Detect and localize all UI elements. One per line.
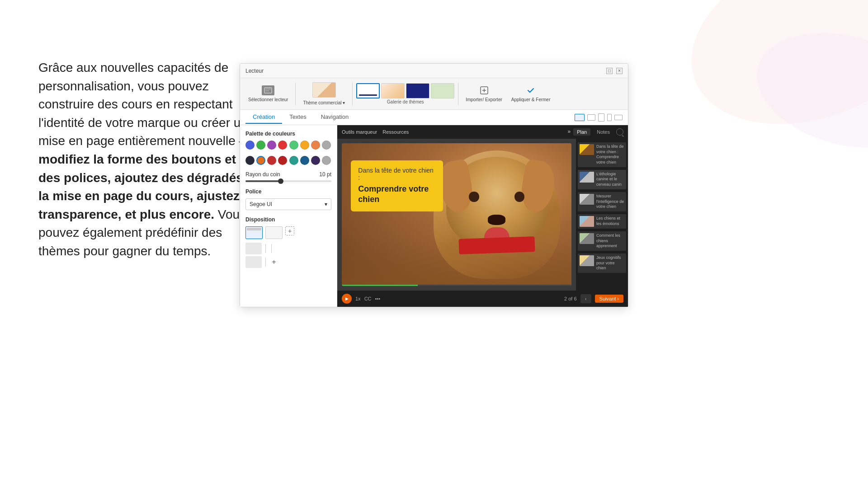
description-text: Grâce aux nouvelles capacités de personn… [38,59,255,261]
slide-canvas: Dans la tête de votre chien : Comprendre… [342,143,571,286]
font-title: Police [245,188,331,195]
prev-button[interactable]: ‹ [580,294,591,303]
small-screen-icon[interactable] [614,115,623,120]
color-blue[interactable] [245,141,255,150]
next-button[interactable]: Suivant › [595,295,623,303]
palette-title: Palette de couleurs [245,131,331,137]
gallery-label: Galerie de thèmes [387,99,424,104]
customization-panel: Palette de couleurs [240,125,337,307]
apply-label: Appliquer & Fermer [511,97,551,102]
slide-item-1[interactable]: Dans la tête de votre chien : Comprendre… [578,142,626,167]
color-grid-row1 [245,141,331,150]
font-value: Segoe UI [250,201,272,207]
desktop-icon[interactable] [575,114,585,121]
font-chevron: ▾ [325,201,327,207]
layout-add-button[interactable]: + [285,226,294,235]
slide-item-2[interactable]: L'éthologie canine et le cerveau canin [578,170,626,189]
radius-label-row: Rayon du coin 10 pt [245,171,331,178]
color-placeholder[interactable] [322,141,331,150]
color-orange[interactable] [300,141,309,150]
theme-commercial-button[interactable]: Thème commercial ▾ [299,80,349,107]
search-icon[interactable] [616,128,623,136]
layout-extra-options: + [245,243,331,268]
tablet-portrait-icon[interactable] [598,113,604,122]
color-navyblue[interactable] [300,156,309,165]
tools-marker-label[interactable]: Outils marqueur [342,129,377,135]
color-mint[interactable] [289,141,298,150]
tablet-landscape-icon[interactable] [587,114,595,121]
color-darkblue[interactable] [245,156,255,165]
slide-1-text: Dans la tête de votre chien : Comprendre… [596,144,624,165]
selector-tool[interactable]: Sélectionner lecteur [245,84,292,104]
slide-2-text: L'éthologie canine et le cerveau canin [596,172,624,188]
color-violet[interactable] [311,156,320,165]
import-export-button[interactable]: Importer/ Exporter [462,84,506,104]
slide-6-text: Jeux cognitifs pour votre chien [596,255,624,271]
dog-image-area [434,150,560,279]
theme-thumb-green[interactable] [431,83,454,99]
plan-tab[interactable]: Plan [573,128,590,136]
window-title: Lecteur [245,68,264,74]
progress-bar-track [342,285,571,286]
import-label: Importer/ Exporter [466,97,502,102]
svg-point-0 [667,0,868,156]
mobile-icon[interactable] [607,114,612,121]
expand-icon[interactable]: » [568,128,571,136]
app-window: Lecteur □ × Sélectionner lecteur Thème c… [240,63,628,307]
layout-option-2[interactable] [265,226,283,239]
theme-thumb-white[interactable] [356,83,380,99]
radius-slider-thumb[interactable] [278,178,283,184]
preview-header: Outils marqueur Ressources » Plan Notes [337,125,628,139]
preview-header-nav: Outils marqueur Ressources [342,129,409,135]
tab-textes[interactable]: Textes [282,111,314,124]
svg-rect-4 [265,90,269,91]
notes-tab[interactable]: Notes [593,128,613,136]
play-button[interactable]: ▶ [342,294,352,304]
course-preview: Outils marqueur Ressources » Plan Notes [337,125,628,307]
slide-item-6[interactable]: Jeux cognitifs pour votre chien [578,253,626,273]
color-green[interactable] [256,141,265,150]
slide-text-card: Dans la tête de votre chien : Comprendre… [351,160,443,211]
layout-option-1[interactable] [245,226,263,239]
slide-item-5[interactable]: Comment les chiens apprennent [578,231,626,251]
color-teal[interactable] [289,156,298,165]
font-select[interactable]: Segoe UI ▾ [245,198,331,210]
resources-label[interactable]: Ressources [382,129,409,135]
main-content-area: Palette de couleurs [240,125,628,307]
tab-bar: Création Textes Navigation [240,110,628,125]
speed-label[interactable]: 1x [355,296,361,301]
apply-close-button[interactable]: Appliquer & Fermer [508,84,554,104]
color-darkorange-selected[interactable] [256,156,265,165]
tab-creation[interactable]: Création [245,111,282,124]
preview-main-area: Dans la tête de votre chien : Comprendre… [337,139,628,291]
slide-item-3[interactable]: Mesurer l'intelligence de votre chien [578,192,626,211]
close-button[interactable]: × [616,68,623,74]
slide-display-area: Dans la tête de votre chien : Comprendre… [337,139,576,291]
color-red[interactable] [278,141,287,150]
color-placeholder2[interactable] [322,156,331,165]
slide-4-text: Les chiens et les émotions [596,216,624,226]
theme-thumb-blue[interactable] [406,83,429,99]
more-options-label[interactable]: ••• [375,296,381,301]
tab-list: Création Textes Navigation [245,111,356,124]
color-coral[interactable] [311,141,320,150]
cc-label[interactable]: CC [364,296,372,301]
layout-add-icon[interactable]: + [269,258,278,267]
theme-thumb-orange[interactable] [381,83,405,99]
color-darkred1[interactable] [267,156,276,165]
slide-item-4[interactable]: Les chiens et les émotions [578,214,626,229]
color-purple[interactable] [267,141,276,150]
radius-slider-fill [245,180,280,182]
svg-rect-3 [265,89,271,89]
tab-navigation[interactable]: Navigation [314,111,356,124]
theme-label: Thème commercial ▾ [303,100,345,105]
slide-5-text: Comment les chiens apprennent [596,233,624,249]
restore-button[interactable]: □ [606,68,613,74]
color-darkred2[interactable] [278,156,287,165]
slide-3-text: Mesurer l'intelligence de votre chien [596,194,624,210]
color-grid-row2 [245,156,331,165]
radius-slider-track[interactable] [245,180,331,182]
theme-gallery-group: Galerie de thèmes [356,83,454,104]
radius-label: Rayon du coin [245,171,280,178]
toolbar-divider-3 [458,83,458,105]
